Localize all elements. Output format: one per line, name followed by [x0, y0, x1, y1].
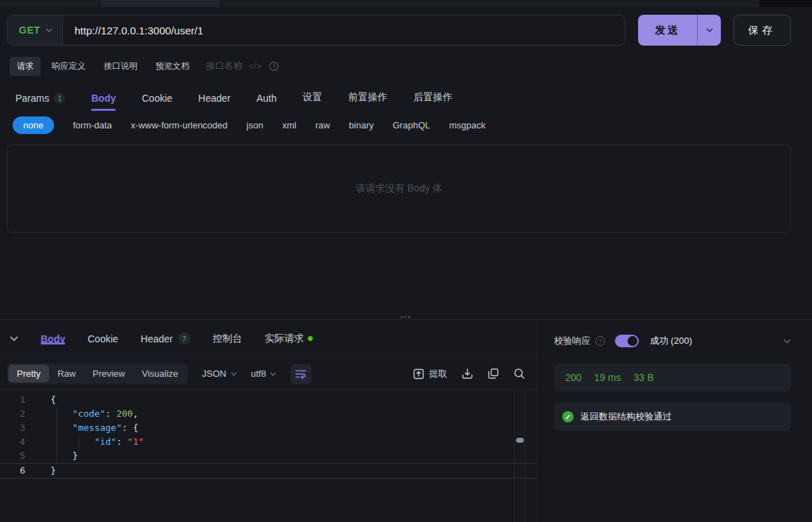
response-section: Body Cookie Header 7 控制台 实际请求 — [0, 320, 812, 522]
tab-cookie[interactable]: Cookie — [142, 93, 172, 104]
response-tab-console[interactable]: 控制台 — [213, 320, 243, 357]
format-select[interactable]: JSON — [202, 368, 237, 379]
validate-response-toggle[interactable] — [615, 335, 639, 347]
body-type-row: none form-data x-www-form-urlencoded jso… — [0, 112, 812, 138]
code-line[interactable]: 2 "code": 200, — [0, 407, 536, 421]
request-tabs: Params 1 Body Cookie Header Auth 设置 前置操作… — [0, 79, 812, 111]
request-url-group: GET — [7, 15, 625, 46]
chevron-down-icon — [270, 372, 276, 376]
history-clock-icon[interactable] — [269, 61, 279, 72]
code-line[interactable]: 3 "message": { — [0, 421, 536, 435]
method-select[interactable]: GET — [8, 15, 63, 45]
tab-params-label: Params — [15, 93, 49, 104]
tab-settings[interactable]: 设置 — [303, 91, 323, 104]
response-tab-actual-request[interactable]: 实际请求 — [265, 320, 313, 357]
code-line[interactable]: 5 } — [0, 449, 536, 463]
body-empty-panel: 该请求没有 Body 体 — [7, 145, 791, 233]
validate-result: 成功 (200) — [650, 335, 692, 347]
line-number: 1 — [0, 393, 35, 407]
validate-response-row: 校验响应 ? 成功 (200) — [554, 333, 791, 349]
response-tab-header[interactable]: Header 7 — [141, 320, 191, 357]
response-tab-cookie-label: Cookie — [88, 333, 119, 344]
tab-post-operations[interactable]: 后置操作 — [414, 91, 453, 104]
tab-request[interactable]: 请求 — [10, 57, 41, 76]
response-tab-console-label: 控制台 — [213, 333, 243, 345]
code-line[interactable]: 1{ — [0, 393, 536, 407]
validation-panel: 校验响应 ? 成功 (200) 200 19 ms 33 B ✓ 返回数据结构校… — [537, 320, 812, 522]
code-text: } — [35, 464, 56, 478]
send-options-button[interactable] — [697, 15, 721, 46]
response-size: 33 B — [633, 372, 654, 383]
encoding-select[interactable]: utf8 — [251, 368, 277, 379]
body-type-xml[interactable]: xml — [282, 120, 296, 130]
help-icon[interactable]: ? — [595, 336, 605, 346]
response-left-panel: Body Cookie Header 7 控制台 实际请求 — [0, 320, 537, 522]
validation-result-card: ✓ 返回数据结构校验通过 — [554, 403, 791, 431]
panel-resize-handle[interactable]: ••• — [400, 314, 411, 321]
line-number: 3 — [0, 421, 35, 435]
tab-response-definition[interactable]: 响应定义 — [45, 57, 93, 76]
active-tab-underline — [41, 342, 65, 344]
check-icon: ✓ — [562, 411, 574, 422]
view-mode-preview[interactable]: Preview — [84, 365, 133, 382]
chevron-down-icon — [783, 339, 791, 344]
body-type-json[interactable]: json — [247, 120, 264, 130]
response-tab-body[interactable]: Body — [41, 320, 65, 357]
api-name-input[interactable]: 接口名称 — [206, 60, 243, 72]
tab-api-description[interactable]: 接口说明 — [97, 57, 144, 76]
word-wrap-button[interactable] — [290, 364, 311, 384]
extract-icon — [413, 368, 424, 380]
copy-button[interactable] — [487, 368, 499, 380]
view-mode-raw[interactable]: Raw — [49, 365, 84, 382]
body-type-binary[interactable]: binary — [349, 120, 374, 130]
body-type-form-data[interactable]: form-data — [73, 120, 112, 130]
download-button[interactable] — [461, 368, 473, 380]
tab-body[interactable]: Body — [91, 93, 116, 104]
send-button[interactable]: 发送 — [638, 15, 697, 46]
view-mode-pretty[interactable]: Pretty — [8, 365, 49, 382]
method-label: GET — [19, 25, 40, 36]
tab-pre-operations[interactable]: 前置操作 — [349, 91, 388, 104]
body-type-urlencoded[interactable]: x-www-form-urlencoded — [131, 120, 228, 130]
collapse-response-icon[interactable] — [10, 336, 18, 341]
tab-header-label: Header — [198, 93, 231, 104]
encoding-select-value: utf8 — [251, 368, 266, 379]
tab-header[interactable]: Header — [198, 93, 231, 104]
save-button[interactable]: 保存 — [733, 15, 791, 46]
response-body-editor[interactable]: 1{2 "code": 200,3 "message": {4 "id": "1… — [0, 390, 536, 522]
search-button[interactable] — [513, 368, 525, 380]
response-tab-cookie[interactable]: Cookie — [88, 320, 119, 357]
chevron-down-icon — [706, 28, 713, 32]
view-mode-visualize[interactable]: Visualize — [133, 365, 187, 382]
tab-post-operations-label: 后置操作 — [414, 91, 453, 104]
body-type-graphql[interactable]: GraphQL — [393, 120, 430, 130]
body-type-none[interactable]: none — [13, 116, 54, 134]
params-count-badge: 1 — [54, 93, 65, 104]
validate-response-label: 校验响应 — [554, 335, 590, 347]
tab-auth[interactable]: Auth — [257, 93, 277, 104]
window-tab-segment-active — [100, 0, 219, 7]
generate-code-icon[interactable]: </> — [249, 62, 262, 70]
toggle-knob — [628, 336, 637, 346]
tab-preview-docs[interactable]: 预览文档 — [149, 57, 196, 76]
tab-cookie-label: Cookie — [142, 93, 172, 104]
window-tab-strip — [0, 0, 812, 7]
code-line[interactable]: 6} — [0, 463, 536, 479]
validate-collapse-button[interactable] — [783, 339, 791, 344]
extract-button[interactable]: 提取 — [413, 368, 447, 380]
editor-scrollbar-thumb[interactable] — [516, 438, 524, 443]
response-tab-header-label: Header — [141, 333, 173, 344]
body-type-msgpack[interactable]: msgpack — [449, 120, 485, 130]
code-text: { — [35, 393, 56, 407]
word-wrap-icon — [295, 369, 306, 379]
format-select-value: JSON — [202, 368, 226, 379]
tab-params[interactable]: Params 1 — [15, 93, 65, 104]
code-line[interactable]: 4 "id": "1" — [0, 435, 536, 449]
send-split-button: 发送 — [638, 15, 721, 46]
url-input[interactable] — [63, 15, 625, 45]
view-mode-segmented: Pretty Raw Preview Visualize — [7, 363, 188, 384]
editor-scrollbar-track — [514, 390, 525, 522]
indent-guide — [79, 435, 79, 449]
body-type-raw[interactable]: raw — [316, 120, 330, 130]
response-time: 19 ms — [594, 372, 621, 383]
